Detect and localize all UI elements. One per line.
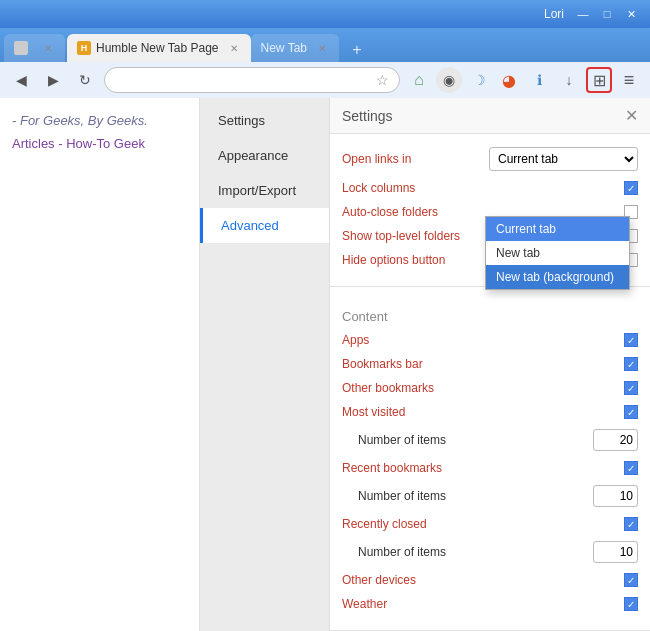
- dropdown-option-new-tab[interactable]: New tab: [486, 241, 629, 265]
- content-section-header: Content: [342, 301, 638, 328]
- info-icon[interactable]: ℹ: [526, 67, 552, 93]
- settings-content: Settings ✕ Open links in Current tab New…: [330, 98, 650, 631]
- window-controls[interactable]: — □ ✕: [572, 6, 642, 22]
- most-visited-label: Most visited: [342, 405, 405, 419]
- recent-bookmarks-count-input[interactable]: [593, 485, 638, 507]
- bookmarks-bar-label: Bookmarks bar: [342, 357, 423, 371]
- show-toplevel-label: Show top-level folders: [342, 229, 460, 243]
- back-btn[interactable]: ◀: [8, 67, 34, 93]
- tab-close-empty[interactable]: ✕: [41, 41, 55, 55]
- apps-checkbox[interactable]: [624, 333, 638, 347]
- content-section: Content Apps Bookmarks bar Other bookmar…: [330, 293, 650, 624]
- tab-close-newtab[interactable]: ✕: [315, 41, 329, 55]
- tab-favicon-empty: [14, 41, 28, 55]
- extension-icon3[interactable]: ◕: [496, 67, 522, 93]
- other-bookmarks-row: Other bookmarks: [342, 376, 638, 400]
- settings-header: Settings ✕: [330, 98, 650, 134]
- apps-icon[interactable]: ⊞: [586, 67, 612, 93]
- recently-closed-count-label: Number of items: [358, 545, 446, 559]
- most-visited-row: Most visited: [342, 400, 638, 424]
- user-name: Lori: [544, 7, 564, 21]
- download-icon[interactable]: ↓: [556, 67, 582, 93]
- forward-btn[interactable]: ▶: [40, 67, 66, 93]
- bookmarks-bar-checkbox[interactable]: [624, 357, 638, 371]
- tab-humble[interactable]: H Humble New Tab Page ✕: [67, 34, 251, 62]
- bookmarks-bar-row: Bookmarks bar: [342, 352, 638, 376]
- dropdown-option-current-tab[interactable]: Current tab: [486, 217, 629, 241]
- most-visited-count-label: Number of items: [358, 433, 446, 447]
- open-links-dropdown-overlay: Current tab New tab New tab (background): [485, 216, 630, 290]
- close-window-btn[interactable]: ✕: [620, 6, 642, 22]
- tab-favicon-humble: H: [77, 41, 91, 55]
- lock-columns-checkbox[interactable]: [624, 181, 638, 195]
- weather-content-row: Weather: [342, 592, 638, 616]
- recent-bookmarks-count-label: Number of items: [358, 489, 446, 503]
- bookmark-star-icon[interactable]: ☆: [376, 72, 389, 88]
- nav-item-appearance[interactable]: Appearance: [200, 138, 329, 173]
- apps-row: Apps: [342, 328, 638, 352]
- dropdown-option-background-tab[interactable]: New tab (background): [486, 265, 629, 289]
- most-visited-checkbox[interactable]: [624, 405, 638, 419]
- address-box[interactable]: ☆: [104, 67, 400, 93]
- menu-icon[interactable]: ≡: [616, 67, 642, 93]
- recent-bookmarks-row: Recent bookmarks: [342, 456, 638, 480]
- weather-content-checkbox[interactable]: [624, 597, 638, 611]
- open-links-row: Open links in Current tab New tab New ta…: [342, 142, 638, 176]
- hide-options-label: Hide options button: [342, 253, 445, 267]
- home-icon[interactable]: ⌂: [406, 67, 432, 93]
- lock-columns-label: Lock columns: [342, 181, 415, 195]
- tab-label-newtab: New Tab: [261, 41, 307, 55]
- main-area: - For Geeks, By Geeks. Articles - How-To…: [0, 98, 650, 631]
- tab-label-humble: Humble New Tab Page: [96, 41, 219, 55]
- tab-empty[interactable]: ✕: [4, 34, 65, 62]
- refresh-btn[interactable]: ↻: [72, 67, 98, 93]
- most-visited-count-input[interactable]: [593, 429, 638, 451]
- address-bar-row: ◀ ▶ ↻ ☆ ⌂ ◉ ☽ ◕ ℹ ↓ ⊞ ≡: [0, 62, 650, 98]
- nav-item-importexport[interactable]: Import/Export: [200, 173, 329, 208]
- open-links-value: Current tab New tab New tab (background): [489, 147, 638, 171]
- settings-panel: Settings Appearance Import/Export Advanc…: [200, 98, 650, 631]
- weather-content-label: Weather: [342, 597, 387, 611]
- tab-close-humble[interactable]: ✕: [227, 41, 241, 55]
- other-devices-row: Other devices: [342, 568, 638, 592]
- recently-closed-label: Recently closed: [342, 517, 427, 531]
- maximize-btn[interactable]: □: [596, 6, 618, 22]
- minimize-btn[interactable]: —: [572, 6, 594, 22]
- open-links-dropdown[interactable]: Current tab New tab New tab (background): [489, 147, 638, 171]
- other-bookmarks-label: Other bookmarks: [342, 381, 434, 395]
- recent-bookmarks-checkbox[interactable]: [624, 461, 638, 475]
- most-visited-count-row: Number of items: [342, 424, 638, 456]
- tab-bar: ✕ H Humble New Tab Page ✕ New Tab ✕ +: [0, 28, 650, 62]
- page-content: - For Geeks, By Geeks. Articles - How-To…: [0, 98, 200, 631]
- settings-close-btn[interactable]: ✕: [625, 106, 638, 125]
- toolbar-icons: ⌂ ◉ ☽ ◕ ℹ ↓ ⊞ ≡: [406, 67, 642, 93]
- recent-bookmarks-count-row: Number of items: [342, 480, 638, 512]
- other-bookmarks-checkbox[interactable]: [624, 381, 638, 395]
- extension-icon2[interactable]: ☽: [466, 67, 492, 93]
- title-bar: Lori — □ ✕: [0, 0, 650, 28]
- recently-closed-count-row: Number of items: [342, 536, 638, 568]
- auto-close-label: Auto-close folders: [342, 205, 438, 219]
- nav-item-settings[interactable]: Settings: [200, 103, 329, 138]
- other-devices-label: Other devices: [342, 573, 416, 587]
- open-links-label: Open links in: [342, 152, 411, 166]
- lock-columns-value: [624, 181, 638, 195]
- recently-closed-checkbox[interactable]: [624, 517, 638, 531]
- nav-item-advanced[interactable]: Advanced: [200, 208, 329, 243]
- tab-newtab[interactable]: New Tab ✕: [251, 34, 339, 62]
- recently-closed-row: Recently closed: [342, 512, 638, 536]
- new-tab-button[interactable]: +: [345, 38, 369, 62]
- other-devices-checkbox[interactable]: [624, 573, 638, 587]
- recently-closed-count-input[interactable]: [593, 541, 638, 563]
- extension-icon1[interactable]: ◉: [436, 67, 462, 93]
- recent-bookmarks-label: Recent bookmarks: [342, 461, 442, 475]
- page-link[interactable]: Articles - How-To Geek: [12, 136, 187, 151]
- apps-label: Apps: [342, 333, 369, 347]
- settings-nav: Settings Appearance Import/Export Advanc…: [200, 98, 330, 631]
- settings-title-label: Settings: [342, 108, 393, 124]
- lock-columns-row: Lock columns: [342, 176, 638, 200]
- page-tagline: - For Geeks, By Geeks.: [12, 113, 187, 128]
